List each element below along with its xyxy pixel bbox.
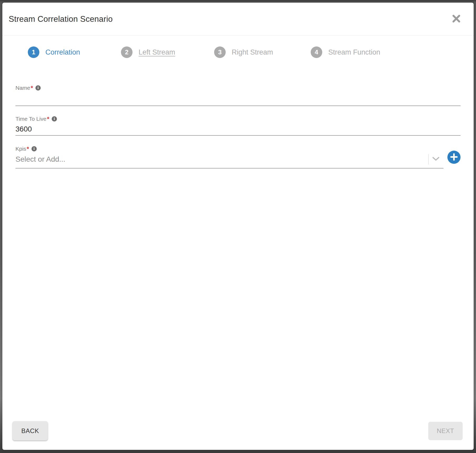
step-1-label: Correlation (45, 48, 80, 56)
time-to-live-field-group: Time To Live* i (15, 115, 461, 136)
name-label: Name (15, 85, 30, 91)
time-to-live-info-icon[interactable]: i (52, 116, 57, 122)
step-3-label: Right Stream (232, 48, 273, 56)
time-to-live-label-row: Time To Live* i (15, 115, 461, 122)
step-1-badge: 1 (28, 46, 39, 58)
time-to-live-label: Time To Live (15, 116, 46, 122)
close-button[interactable] (451, 14, 462, 24)
step-4-badge: 4 (311, 46, 322, 58)
modal-body: 1 Correlation 2 Left Stream 3 Right Stre… (2, 46, 474, 168)
name-input[interactable] (15, 91, 461, 106)
step-left-stream[interactable]: 2 Left Stream (121, 46, 214, 58)
chevron-down-icon (432, 156, 440, 162)
name-label-row: Name* i (15, 84, 461, 91)
step-2-label: Left Stream (139, 48, 175, 56)
time-to-live-required-asterisk: * (47, 116, 49, 123)
name-info-icon[interactable]: i (35, 85, 41, 91)
next-button[interactable]: NEXT (428, 422, 463, 440)
kpis-select-placeholder: Select or Add... (15, 155, 428, 165)
time-to-live-input[interactable] (15, 122, 461, 136)
kpis-label: Kpis (15, 146, 26, 152)
modal-header: Stream Correlation Scenario (2, 3, 474, 36)
step-correlation[interactable]: 1 Correlation (28, 46, 121, 58)
modal-footer: BACK NEXT (13, 421, 463, 440)
kpis-select[interactable]: Select or Add... (15, 152, 443, 168)
modal-title: Stream Correlation Scenario (9, 14, 113, 24)
step-right-stream[interactable]: 3 Right Stream (214, 46, 311, 58)
kpis-field-group: Kpis* i Select or Add... (15, 145, 461, 168)
back-button[interactable]: BACK (13, 421, 48, 440)
name-field-group: Name* i (15, 84, 461, 106)
kpis-required-asterisk: * (27, 146, 29, 153)
stream-correlation-modal: Stream Correlation Scenario 1 Correlatio… (2, 3, 474, 450)
name-required-asterisk: * (31, 85, 33, 92)
step-3-badge: 3 (214, 46, 226, 58)
close-icon (452, 14, 461, 24)
step-4-label: Stream Function (328, 48, 380, 56)
step-2-badge: 2 (121, 46, 133, 58)
add-kpi-button[interactable] (447, 151, 461, 164)
kpis-dropdown-toggle[interactable] (429, 156, 443, 164)
step-stream-function[interactable]: 4 Stream Function (311, 46, 380, 58)
kpis-info-icon[interactable]: i (31, 146, 37, 151)
kpis-label-row: Kpis* i (15, 145, 461, 152)
wizard-stepper: 1 Correlation 2 Left Stream 3 Right Stre… (28, 46, 461, 58)
plus-icon (450, 153, 458, 161)
